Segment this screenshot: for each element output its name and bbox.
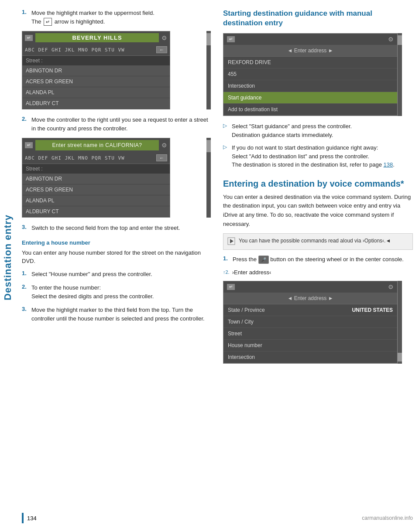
house-step-3-text: Move the highlight marker to the third f… — [31, 306, 211, 323]
screenshot-label-1 — [205, 46, 212, 107]
nav-backspace-1: ← — [156, 46, 167, 53]
nav-right-wrapper: ↵ ⚙ ◄ Enter address ► REXFORD DRIVE 455 … — [223, 33, 402, 116]
step-2: 2. Move the controller to the right unti… — [22, 116, 211, 133]
house-step-2-num: 2. — [22, 283, 30, 300]
nav-address-455: 455 — [223, 68, 397, 80]
svg-marker-1 — [230, 239, 234, 243]
nav-bottom-wrapper: ↵ ⚙ ◄ Enter address ► State / Province U… — [223, 281, 402, 364]
nav-screenshot-2: ↵ Enter street name in CALIFORNIA? ⚙ ABC… — [22, 138, 170, 218]
nav-keyboard-row-1: ABC DEF GHI JKL MNO PQR STU VW ← — [22, 44, 170, 56]
step-3-text: Switch to the second field from the top … — [31, 224, 211, 232]
nav-list-item-1-1: ACRES DR GREEN — [22, 76, 170, 87]
nav-settings-icon-2: ⚙ — [161, 142, 167, 149]
nav-list-header-2: Street : — [22, 164, 170, 174]
nav-backspace-2: ← — [156, 154, 167, 161]
guidance-heading: Starting destination guidance with manua… — [223, 9, 413, 28]
main-content: 1. Move the highlight marker to the uppe… — [16, 0, 419, 532]
bullet-2-text: If you do not want to start destination … — [232, 143, 413, 169]
house-step-3: 3. Move the highlight marker to the thir… — [22, 306, 211, 323]
bullet-1-text: Select "Start guidance" and press the co… — [232, 122, 413, 139]
house-step-2: 2. To enter the house number:Select the … — [22, 283, 211, 300]
nav-scrollbar-thumb-right — [398, 35, 402, 45]
voice-step-1-text: Press the 🎤 button on the steering wheel… — [233, 255, 413, 264]
nav-city-name: BEVERLY HILLS — [35, 33, 159, 42]
nav-intersection-row: Intersection — [223, 351, 397, 363]
nav-add-destination-btn[interactable]: Add to destination list — [223, 104, 397, 116]
nav-keyboard-text-1: ABC DEF GHI JKL MNO PQR STU VW — [25, 47, 125, 53]
arrow-bullet-icon-1: ▷ — [223, 123, 229, 129]
left-column: 1. Move the highlight marker to the uppe… — [16, 0, 219, 532]
arrow-icon: ↵ — [44, 18, 52, 26]
nav-scrollbar-thumb-1 — [206, 33, 211, 45]
play-icon — [227, 237, 235, 246]
nav-state-label: State / Province — [228, 307, 265, 313]
nav-top-bar-2: ↵ Enter street name in CALIFORNIA? ⚙ — [22, 138, 170, 152]
voice-step-1-num: 1. — [223, 255, 231, 264]
nav-list-item-2-1: ACRES DR GREEN — [22, 184, 170, 195]
house-step-1-text: Select "House number" and press the cont… — [31, 270, 211, 279]
nav-settings-icon-1: ⚙ — [161, 34, 167, 41]
nav-town-row: Town / City — [223, 316, 397, 328]
bullet-2: ▷ If you do not want to start destinatio… — [223, 143, 413, 169]
nav-scrollbar-2 — [206, 138, 211, 218]
nav-screenshot-1: ↵ BEVERLY HILLS ⚙ ABC DEF GHI JKL MNO PQ… — [22, 31, 170, 109]
house-step-2-text: To enter the house number:Select the des… — [31, 283, 211, 300]
step-1-number: 1. — [22, 9, 30, 26]
house-step-1-num: 1. — [22, 270, 30, 279]
nav-state-value: UNITED STATES — [352, 307, 393, 313]
nav-bottom-back-icon: ↵ — [227, 284, 235, 290]
info-box: You can have the possible commands read … — [223, 233, 413, 250]
nav-scrollbar-thumb-2 — [206, 140, 211, 152]
voice-step-2-row: ↑2. ›Enter address‹ — [223, 269, 413, 276]
step2-icon: ↑2. — [223, 269, 230, 275]
page-footer: 134 carmanualsonline.info — [16, 513, 419, 523]
nav-back-icon-1: ↵ — [25, 35, 33, 41]
nav-list-header-1: Street : — [22, 56, 170, 65]
house-number-intro: You can enter any house number stored fo… — [22, 249, 211, 266]
nav-address-rexford: REXFORD DRIVE — [223, 57, 397, 68]
page-ref-138[interactable]: 138 — [384, 161, 393, 168]
nav-list-item-1-0: ABINGTON DR — [22, 65, 170, 76]
nav-top-bar-1: ↵ BEVERLY HILLS ⚙ — [22, 31, 170, 44]
info-box-text: You can have the possible commands read … — [239, 237, 391, 245]
step-2-text: Move the controller to the right until y… — [31, 116, 211, 133]
nav-bottom-settings-icon: ⚙ — [388, 283, 394, 290]
nav-back-icon-2: ↵ — [25, 142, 33, 148]
nav-house-row: House number — [223, 340, 397, 351]
step-1: 1. Move the highlight marker to the uppe… — [22, 9, 211, 26]
sidebar-label: Destination entry — [2, 215, 14, 300]
nav-top-bar-right: ↵ ⚙ — [223, 34, 397, 45]
steering-wheel-button: 🎤 — [258, 256, 269, 264]
step-3-number: 3. — [22, 224, 30, 232]
voice-step-1: 1. Press the 🎤 button on the steering wh… — [223, 255, 413, 264]
voice-step-2-text: ›Enter address‹ — [232, 269, 271, 276]
house-step-1: 1. Select "House number" and press the c… — [22, 270, 211, 279]
sidebar: Destination entry — [0, 0, 16, 515]
nav-screenshot-2-wrapper: ↵ Enter street name in CALIFORNIA? ⚙ ABC… — [22, 138, 211, 218]
nav-list-item-1-2: ALANDA PL — [22, 87, 170, 98]
page-number: 134 — [27, 515, 37, 522]
nav-scrollbar-bottom — [398, 281, 402, 364]
nav-address-intersection: Intersection — [223, 80, 397, 92]
voice-intro: You can enter a desired destination via … — [223, 193, 413, 229]
nav-keyboard-text-2: ABC DEF GHI JKL MNO PQR STU VW — [25, 155, 125, 161]
nav-state-row: State / Province UNITED STATES — [223, 304, 397, 316]
nav-list-item-1-3: ALDBURY CT — [22, 98, 170, 109]
bullet-1: ▷ Select "Start guidance" and press the … — [223, 122, 413, 139]
voice-heading: Entering a destination by voice commands… — [223, 178, 413, 189]
step-1-text: Move the highlight marker to the uppermo… — [31, 9, 211, 26]
nav-screenshot-right: ↵ ⚙ ◄ Enter address ► REXFORD DRIVE 455 … — [223, 33, 398, 116]
nav-back-icon-right: ↵ — [227, 36, 235, 42]
nav-scrollbar-right — [398, 33, 402, 116]
nav-list-item-2-2: ALANDA PL — [22, 195, 170, 206]
nav-list-item-2-0: ABINGTON DR — [22, 174, 170, 184]
website-url: carmanualsonline.info — [362, 515, 413, 521]
nav-bottom-top-bar: ↵ ⚙ — [223, 281, 397, 293]
nav-scrollbar-thumb-bottom — [398, 353, 402, 361]
right-column: Starting destination guidance with manua… — [219, 0, 419, 532]
nav-start-guidance-btn[interactable]: Start guidance — [223, 92, 397, 104]
nav-keyboard-row-2: ABC DEF GHI JKL MNO PQR STU VW ← — [22, 152, 170, 164]
nav-bottom-screenshot: ↵ ⚙ ◄ Enter address ► State / Province U… — [223, 281, 398, 364]
nav-bottom-enter-address: ◄ Enter address ► — [223, 293, 397, 304]
nav-list-item-2-3: ALDBURY CT — [22, 206, 170, 217]
